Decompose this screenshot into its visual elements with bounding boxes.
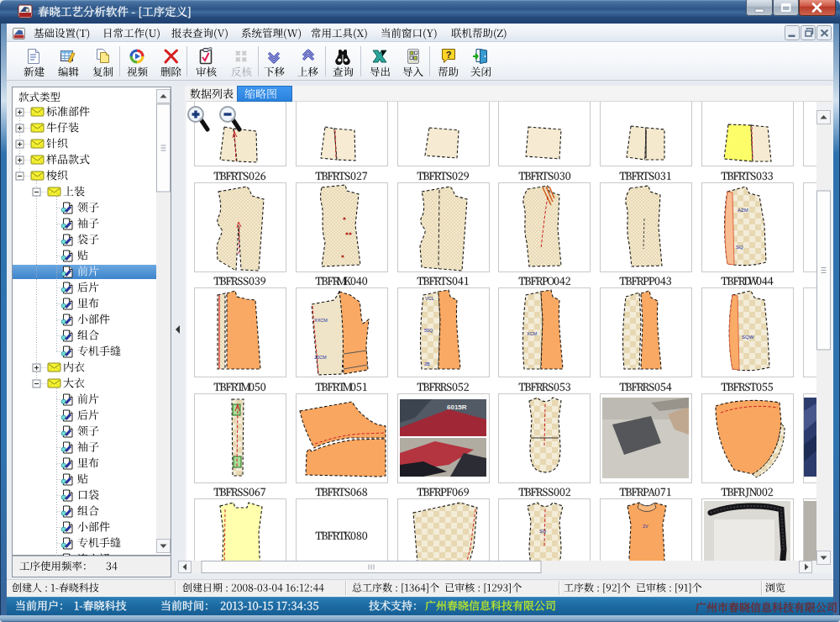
svg-text:AZM: AZM	[738, 208, 748, 213]
svg-text:20CM: 20CM	[314, 355, 327, 360]
svg-text:VCL: VCL	[425, 296, 434, 301]
svg-text:2V: 2V	[643, 524, 648, 529]
svg-text:2B: 2B	[424, 361, 430, 366]
svg-text:SQW: SQW	[742, 335, 754, 340]
svg-text:XXCM: XXCM	[314, 318, 328, 323]
svg-text:SQ: SQ	[539, 529, 547, 534]
svg-text:SQ: SQ	[736, 245, 743, 250]
svg-text:XCM: XCM	[527, 331, 538, 336]
svg-text:?: ?	[445, 50, 451, 60]
svg-text:50Q: 50Q	[424, 328, 433, 333]
svg-text:6015R: 6015R	[447, 403, 467, 411]
